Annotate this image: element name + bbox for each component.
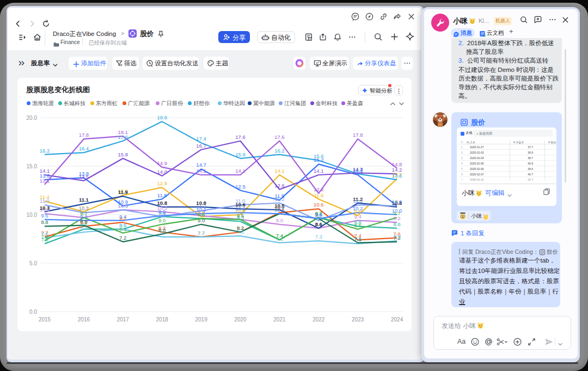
svg-text:15.8: 15.8 xyxy=(235,151,246,157)
svg-text:17.6: 17.6 xyxy=(235,134,246,140)
svg-text:10.1: 10.1 xyxy=(274,206,285,212)
svg-text:10.0: 10.0 xyxy=(27,212,38,218)
svg-text:9.4: 9.4 xyxy=(80,214,87,220)
svg-text:7.2: 7.2 xyxy=(393,235,400,241)
svg-text:12.5: 12.5 xyxy=(235,184,246,190)
svg-text:2017: 2017 xyxy=(117,317,130,323)
svg-text:10.3: 10.3 xyxy=(40,205,50,211)
svg-text:7.1: 7.1 xyxy=(354,236,362,242)
svg-text:11.6: 11.6 xyxy=(157,192,167,198)
svg-text:14.1: 14.1 xyxy=(196,168,206,174)
svg-text:7.2: 7.2 xyxy=(119,235,126,241)
svg-text:8.2: 8.2 xyxy=(80,225,87,231)
svg-text:2015: 2015 xyxy=(39,317,51,323)
svg-text:13.6: 13.6 xyxy=(392,173,402,179)
svg-text:9.0: 9.0 xyxy=(198,217,205,223)
svg-text:11.1: 11.1 xyxy=(79,197,89,203)
svg-text:9.6: 9.6 xyxy=(315,211,322,217)
svg-text:9.5: 9.5 xyxy=(41,212,48,218)
svg-text:2019: 2019 xyxy=(195,317,207,323)
svg-text:13.1: 13.1 xyxy=(40,178,50,184)
svg-text:10.9: 10.9 xyxy=(392,199,402,205)
svg-text:15.6: 15.6 xyxy=(314,153,324,159)
svg-text:8.5: 8.5 xyxy=(354,222,362,228)
svg-text:14.3: 14.3 xyxy=(353,166,363,172)
svg-text:14.1: 14.1 xyxy=(235,168,246,174)
svg-text:19.6: 19.6 xyxy=(157,114,167,120)
svg-text:12.8: 12.8 xyxy=(157,180,167,186)
svg-text:10.1: 10.1 xyxy=(196,206,206,212)
svg-text:9.0: 9.0 xyxy=(158,217,166,223)
svg-text:11.6: 11.6 xyxy=(314,192,323,198)
svg-text:14.7: 14.7 xyxy=(196,162,206,168)
svg-text:17.8: 17.8 xyxy=(79,132,89,138)
svg-text:8.8: 8.8 xyxy=(41,219,48,225)
svg-text:11.2: 11.2 xyxy=(275,196,285,202)
svg-text:10.8: 10.8 xyxy=(157,200,167,206)
svg-text:2018: 2018 xyxy=(156,317,169,323)
svg-text:8.6: 8.6 xyxy=(393,221,400,227)
svg-text:10.2: 10.2 xyxy=(235,205,246,211)
svg-text:2021: 2021 xyxy=(273,317,286,323)
svg-text:14.9: 14.9 xyxy=(157,160,167,166)
svg-text:17.6: 17.6 xyxy=(274,134,285,140)
svg-text:17.4: 17.4 xyxy=(196,136,206,142)
svg-text:10.6: 10.6 xyxy=(314,202,324,208)
svg-text:2016: 2016 xyxy=(78,317,90,323)
svg-text:12.6: 12.6 xyxy=(274,183,285,188)
svg-text:9.9: 9.9 xyxy=(158,209,166,215)
svg-text:2023: 2023 xyxy=(352,317,364,323)
svg-text:16.4: 16.4 xyxy=(79,145,89,151)
svg-text:11.9: 11.9 xyxy=(118,189,128,195)
svg-text:7.4: 7.4 xyxy=(276,233,283,239)
svg-text:18.1: 18.1 xyxy=(118,129,128,135)
svg-text:10.0: 10.0 xyxy=(392,208,402,214)
svg-text:11.0: 11.0 xyxy=(236,198,246,204)
svg-text:2020: 2020 xyxy=(234,317,247,323)
svg-text:11.0: 11.0 xyxy=(353,198,363,204)
svg-text:9.4: 9.4 xyxy=(119,214,126,220)
svg-text:9.5: 9.5 xyxy=(237,212,244,218)
svg-text:20.0: 20.0 xyxy=(27,115,38,121)
svg-text:Aa: Aa xyxy=(457,338,465,345)
svg-text:8.2: 8.2 xyxy=(237,225,244,231)
svg-text:9.0: 9.0 xyxy=(276,217,283,223)
svg-text:10.5: 10.5 xyxy=(118,203,128,209)
svg-text:14.0: 14.0 xyxy=(157,169,167,175)
svg-text:2024: 2024 xyxy=(391,317,403,323)
svg-text:9.4: 9.4 xyxy=(354,214,362,220)
svg-text:13.5: 13.5 xyxy=(79,174,89,180)
svg-text:7.3: 7.3 xyxy=(41,234,48,240)
svg-text:15.8: 15.8 xyxy=(118,151,128,157)
svg-text:14.1: 14.1 xyxy=(40,168,50,174)
svg-text:7.3: 7.3 xyxy=(315,234,322,240)
svg-text:14.1: 14.1 xyxy=(314,168,324,174)
svg-text:14.1: 14.1 xyxy=(274,168,285,174)
svg-text:5.0: 5.0 xyxy=(29,260,37,266)
svg-text:14.8: 14.8 xyxy=(392,161,402,167)
svg-text:16.2: 16.2 xyxy=(40,148,50,154)
svg-text:0.0: 0.0 xyxy=(29,309,37,315)
svg-text:15.0: 15.0 xyxy=(27,163,38,169)
svg-text:2022: 2022 xyxy=(313,317,325,323)
svg-text:11.0: 11.0 xyxy=(40,198,50,204)
svg-text:17.8: 17.8 xyxy=(353,132,363,138)
svg-text:7.7: 7.7 xyxy=(198,230,205,236)
svg-text:8.1: 8.1 xyxy=(119,226,126,232)
svg-text:14.2: 14.2 xyxy=(392,167,402,173)
svg-text:8.0: 8.0 xyxy=(158,227,166,233)
svg-text:8.6: 8.6 xyxy=(315,221,322,227)
svg-text:12.2: 12.2 xyxy=(314,186,324,192)
svg-text:16.2: 16.2 xyxy=(274,148,285,154)
svg-text:16.7: 16.7 xyxy=(196,143,206,149)
svg-text:10.2: 10.2 xyxy=(353,205,363,211)
